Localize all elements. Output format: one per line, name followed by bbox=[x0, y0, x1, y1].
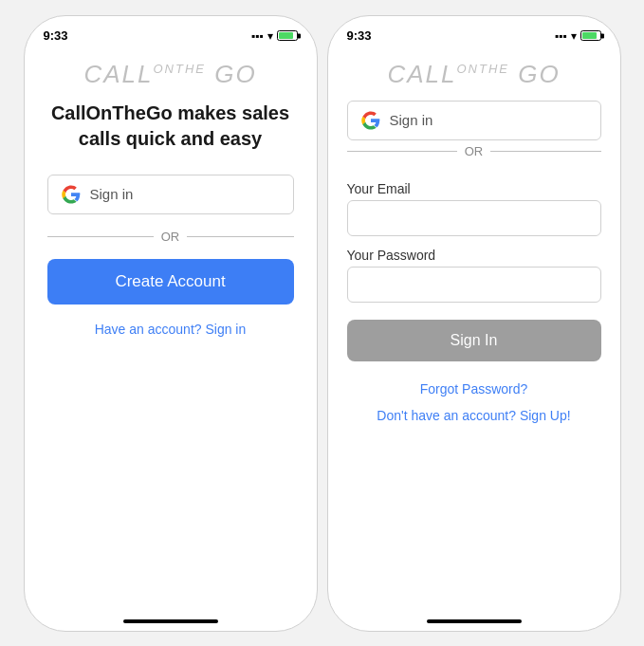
or-line-right bbox=[347, 151, 457, 152]
or-line-left bbox=[47, 236, 154, 237]
wifi-icon: ▾ bbox=[267, 29, 273, 43]
logo-left: CALLonTHE GO bbox=[83, 60, 256, 89]
signal-icon-right: ▪▪▪ bbox=[555, 29, 567, 43]
password-input[interactable] bbox=[347, 267, 601, 303]
left-phone: 9:33 ▪▪▪ ▾ CALLonTHE GO CallOnTheGo make… bbox=[24, 15, 318, 632]
tagline: CallOnTheGo makes sales calls quick and … bbox=[47, 101, 294, 152]
home-indicator-left bbox=[123, 619, 218, 623]
left-phone-content: CALLonTHE GO CallOnTheGo makes sales cal… bbox=[25, 50, 317, 619]
signup-link[interactable]: Don't have an account? Sign Up! bbox=[377, 408, 570, 423]
signin-button[interactable]: Sign In bbox=[347, 320, 601, 361]
battery-icon bbox=[277, 30, 298, 41]
or-line-right2 bbox=[490, 151, 600, 152]
status-icons-left: ▪▪▪ ▾ bbox=[251, 29, 298, 43]
google-icon-left bbox=[62, 185, 81, 204]
status-bar-right: 9:33 ▪▪▪ ▾ bbox=[328, 16, 620, 50]
status-time-right: 9:33 bbox=[347, 28, 372, 43]
status-icons-right: ▪▪▪ ▾ bbox=[555, 29, 601, 43]
right-phone-content: CALLonTHE GO Sign in OR Your Email Your … bbox=[328, 50, 620, 619]
google-signin-button-right[interactable]: Sign in bbox=[347, 101, 601, 140]
google-icon-right bbox=[361, 111, 380, 130]
right-phone: 9:33 ▪▪▪ ▾ CALLonTHE GO Sign in OR Y bbox=[327, 15, 621, 632]
google-signin-label-left: Sign in bbox=[90, 186, 134, 202]
password-label: Your Password bbox=[347, 248, 601, 263]
status-time-left: 9:33 bbox=[44, 28, 68, 43]
or-line-left2 bbox=[187, 236, 293, 237]
email-label: Your Email bbox=[347, 181, 601, 196]
or-divider-right: OR bbox=[347, 144, 601, 158]
have-account-link[interactable]: Have an account? Sign in bbox=[95, 322, 247, 337]
forgot-password-row: Forgot Password? bbox=[347, 380, 601, 397]
or-text-right: OR bbox=[465, 144, 484, 158]
google-signin-label-right: Sign in bbox=[390, 112, 433, 128]
battery-icon-right bbox=[580, 30, 601, 41]
google-signin-button-left[interactable]: Sign in bbox=[47, 175, 294, 214]
or-divider-left: OR bbox=[47, 230, 294, 244]
signup-row: Don't have an account? Sign Up! bbox=[347, 407, 601, 424]
status-bar-left: 9:33 ▪▪▪ ▾ bbox=[25, 16, 317, 50]
or-text-left: OR bbox=[161, 230, 180, 244]
email-input[interactable] bbox=[347, 200, 601, 236]
signal-icon: ▪▪▪ bbox=[251, 29, 264, 43]
wifi-icon-right: ▾ bbox=[571, 29, 577, 43]
logo-right: CALLonTHE GO bbox=[347, 60, 601, 89]
create-account-button[interactable]: Create Account bbox=[47, 259, 294, 305]
home-indicator-right bbox=[427, 619, 522, 623]
forgot-password-link[interactable]: Forgot Password? bbox=[420, 381, 528, 397]
